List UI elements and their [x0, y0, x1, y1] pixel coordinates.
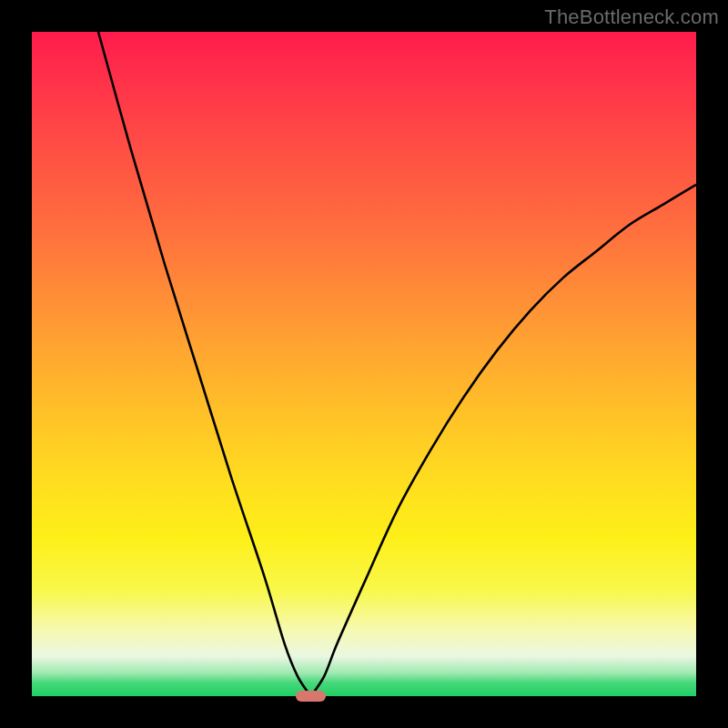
- optimal-marker: [296, 691, 326, 702]
- plot-area: [32, 32, 696, 696]
- chart-frame: TheBottleneck.com: [0, 0, 728, 728]
- watermark-text: TheBottleneck.com: [544, 5, 719, 29]
- bottleneck-curve: [32, 32, 696, 696]
